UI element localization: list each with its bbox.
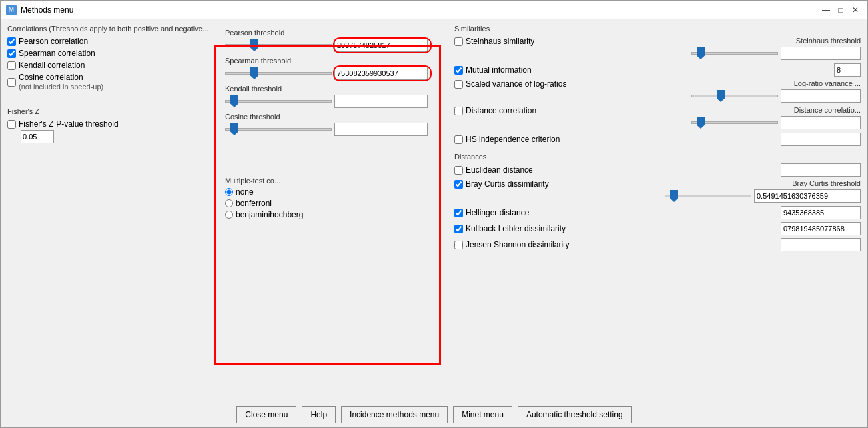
cosine-value-input[interactable] bbox=[334, 123, 428, 136]
kendall-threshold-block: Kendall threshold bbox=[225, 85, 444, 109]
cosine-checkbox[interactable] bbox=[7, 78, 16, 87]
spearman-threshold-block: Spearman threshold 753082359930537 bbox=[225, 57, 444, 81]
spearman-slider-thumb[interactable] bbox=[250, 67, 258, 79]
pearson-value-input[interactable]: 2937574825817 bbox=[334, 39, 428, 52]
bonferroni-radio-row: bonferroni bbox=[225, 199, 444, 208]
right-column: Similarities Steinhaus similarity Steinh… bbox=[448, 25, 861, 395]
euclidean-row: Euclidean distance bbox=[454, 163, 861, 177]
distance-corr-label: Distance correlation bbox=[466, 106, 536, 115]
jensen-value[interactable] bbox=[781, 238, 861, 251]
kendall-slider-thumb[interactable] bbox=[230, 95, 238, 107]
scaled-variance-row: Scaled variance of log-ratios Log-ratio … bbox=[454, 79, 861, 103]
kendall-slider-row bbox=[225, 94, 444, 109]
distance-corr-checkbox[interactable] bbox=[454, 107, 463, 115]
mutual-info-value[interactable]: 8 bbox=[834, 63, 861, 77]
bray-curtis-checkbox[interactable] bbox=[454, 180, 463, 189]
window-icon: M bbox=[6, 5, 17, 15]
pvalue-input[interactable]: 0.05 bbox=[21, 130, 54, 143]
mutual-info-checkbox[interactable] bbox=[454, 66, 463, 75]
steinhaus-right: Steinhaus threshold bbox=[691, 37, 861, 61]
fisher-section-header: Fisher's Z bbox=[7, 107, 214, 115]
cosine-threshold-label: Cosine threshold bbox=[225, 113, 444, 121]
distances-header: Distances bbox=[454, 153, 861, 161]
mutual-info-row: Mutual information 8 bbox=[454, 63, 861, 77]
cosine-slider-thumb[interactable] bbox=[230, 123, 238, 135]
cosine-slider-container bbox=[225, 122, 332, 137]
maximize-button[interactable]: □ bbox=[834, 5, 847, 15]
scaled-variance-checkbox[interactable] bbox=[454, 80, 463, 89]
hs-independence-checkbox[interactable] bbox=[454, 135, 463, 144]
kendall-row: Kendall correlation bbox=[7, 61, 214, 70]
scaled-variance-slider-container bbox=[691, 89, 778, 103]
none-label: none bbox=[236, 187, 254, 197]
kullback-left: Kullback Leibler dissimilarity bbox=[454, 224, 601, 233]
fisher-label: Fisher's Z bbox=[19, 119, 53, 129]
kendall-label: Kendall correlation bbox=[19, 61, 85, 70]
distance-corr-value-input[interactable] bbox=[781, 116, 861, 129]
kendall-value-input[interactable] bbox=[334, 95, 428, 108]
jensen-checkbox[interactable] bbox=[454, 241, 463, 249]
kullback-value[interactable]: 079819485077868 bbox=[781, 222, 861, 235]
close-button[interactable]: ✕ bbox=[849, 5, 862, 15]
hs-independence-row: HS independence criterion bbox=[454, 133, 861, 146]
kendall-checkbox[interactable] bbox=[7, 61, 16, 70]
incidence-button[interactable]: Incidence methods menu bbox=[341, 406, 448, 423]
minimize-button[interactable]: — bbox=[819, 5, 833, 15]
bray-curtis-value[interactable]: 0.5491451630376359 bbox=[754, 189, 861, 203]
distance-corr-left: Distance correlation bbox=[454, 106, 601, 115]
hs-independence-value[interactable] bbox=[781, 133, 861, 146]
title-bar-controls: — □ ✕ bbox=[819, 5, 862, 15]
spearman-value-input[interactable]: 753082359930537 bbox=[334, 67, 428, 80]
steinhaus-slider-row bbox=[691, 46, 861, 61]
pearson-checkbox[interactable] bbox=[7, 37, 16, 46]
bottom-bar: Close menu Help Incidence methods menu M… bbox=[1, 401, 867, 427]
hellinger-row: Hellinger distance 9435368385 bbox=[454, 206, 861, 219]
benjamini-label: benjaminihochberg bbox=[236, 210, 303, 219]
benjamini-radio[interactable] bbox=[225, 211, 233, 219]
spearman-slider-track bbox=[225, 72, 332, 75]
spearman-checkbox[interactable] bbox=[7, 49, 16, 58]
euclidean-checkbox[interactable] bbox=[454, 166, 463, 175]
minet-button[interactable]: Minet menu bbox=[453, 406, 512, 423]
bray-curtis-slider-thumb[interactable] bbox=[670, 190, 678, 202]
spearman-slider-container bbox=[225, 66, 332, 81]
kullback-row: Kullback Leibler dissimilarity 079819485… bbox=[454, 222, 861, 235]
mutual-info-right: 8 bbox=[834, 63, 861, 77]
hellinger-value[interactable]: 9435368385 bbox=[781, 206, 861, 219]
pearson-slider-thumb[interactable] bbox=[250, 39, 258, 51]
pearson-slider-container bbox=[225, 38, 332, 53]
distance-corr-right: Distance correlatio... bbox=[691, 106, 861, 130]
distance-corr-slider-thumb[interactable] bbox=[697, 117, 705, 129]
euclidean-value[interactable] bbox=[781, 163, 861, 177]
kendall-slider-container bbox=[225, 94, 332, 109]
kullback-checkbox[interactable] bbox=[454, 225, 463, 233]
help-button[interactable]: Help bbox=[302, 406, 336, 423]
distance-corr-slider-container bbox=[691, 115, 778, 130]
fisher-checkbox[interactable] bbox=[7, 120, 16, 129]
close-menu-button[interactable]: Close menu bbox=[236, 406, 296, 423]
bonferroni-radio[interactable] bbox=[225, 199, 233, 207]
auto-threshold-button[interactable]: Automatic threshold setting bbox=[518, 406, 632, 423]
steinhaus-slider-thumb[interactable] bbox=[697, 47, 705, 59]
title-bar-left: M Methods menu bbox=[6, 5, 73, 15]
scaled-variance-value-input[interactable] bbox=[781, 89, 861, 103]
kendall-threshold-label: Kendall threshold bbox=[225, 85, 444, 93]
none-radio[interactable] bbox=[225, 188, 233, 196]
scaled-variance-slider-row bbox=[691, 89, 861, 103]
spearman-label: Spearman correlation bbox=[19, 49, 95, 58]
euclidean-label: Euclidean distance bbox=[466, 165, 533, 175]
mutual-info-left: Mutual information bbox=[454, 65, 601, 75]
pearson-label: Pearson correlation bbox=[19, 37, 88, 46]
multitest-label: Multiple-test co... bbox=[225, 177, 444, 185]
scaled-variance-left: Scaled variance of log-ratios bbox=[454, 79, 601, 89]
hellinger-label: Hellinger distance bbox=[466, 208, 529, 217]
distance-corr-slider-row bbox=[691, 115, 861, 130]
spearman-row: Spearman correlation bbox=[7, 49, 214, 58]
hellinger-checkbox[interactable] bbox=[454, 209, 463, 217]
steinhaus-checkbox[interactable] bbox=[454, 37, 463, 46]
scaled-variance-slider-thumb[interactable] bbox=[717, 90, 725, 102]
fisher-pvalue-row: Fisher's Z P-value threshold bbox=[7, 119, 214, 129]
scaled-variance-label: Scaled variance of log-ratios bbox=[466, 79, 566, 89]
jensen-row: Jensen Shannon dissimilarity bbox=[454, 238, 861, 251]
steinhaus-value-input[interactable] bbox=[781, 47, 861, 60]
